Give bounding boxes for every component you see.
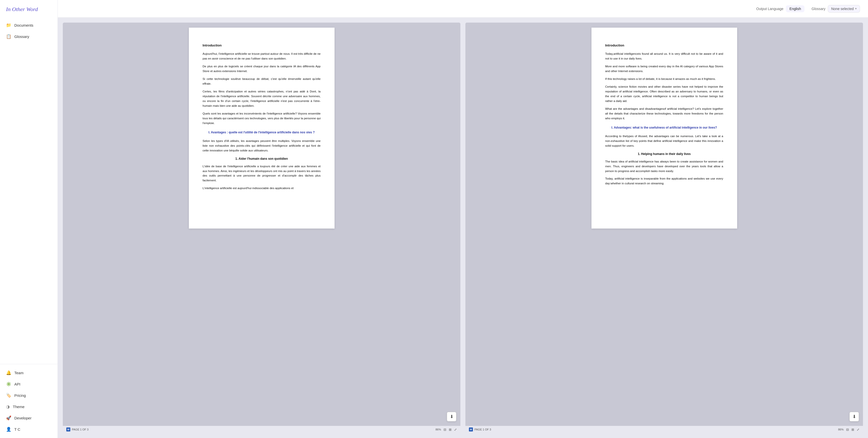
- main-area: Output Language English Glossary None se…: [58, 0, 868, 438]
- right-sub-heading: 1. Helping humans in their daily lives: [605, 152, 723, 157]
- left-sub-para-1: L'idée de base de l'intelligence artific…: [203, 164, 321, 183]
- sidebar-top-section: 📁 Documents 📋 Glossary: [0, 20, 58, 364]
- left-doc-heading: Introduction: [203, 43, 321, 48]
- glossary-icon: 📋: [6, 34, 11, 39]
- sidebar-item-theme[interactable]: ◑ Theme: [0, 401, 58, 412]
- sidebar-item-team[interactable]: 🔔 Team: [0, 367, 58, 378]
- right-sub-para-1: The basic idea of artificial intelligenc…: [605, 159, 723, 174]
- left-para-5: Quels sont les avantages et les inconvén…: [203, 111, 321, 126]
- tc-icon: 👤: [6, 427, 11, 432]
- left-para-4: Certes, les films d'anticipation et autr…: [203, 89, 321, 108]
- left-zoom-out-icon[interactable]: ⊟: [443, 428, 446, 432]
- left-zoom-in-icon[interactable]: ⊞: [449, 428, 452, 432]
- right-doc-page: Introduction Today,artificial intelligen…: [591, 28, 737, 228]
- right-sub-para-2: Today, artificial intelligence is insepa…: [605, 176, 723, 186]
- left-zoom-level: 86%: [435, 428, 441, 431]
- left-footer-controls: 86% ⊟ ⊞ ⤢: [435, 428, 457, 432]
- left-word-icon: W: [66, 428, 70, 432]
- left-sub-para-2: L'intelligence artificielle est aujourd'…: [203, 186, 321, 191]
- documents-icon: 📁: [6, 23, 11, 28]
- developer-icon: 🚀: [6, 415, 11, 421]
- sidebar-item-developer-label: Developer: [14, 416, 31, 420]
- right-expand-icon[interactable]: ⤢: [857, 428, 860, 432]
- right-section-para-1: According to thetypes of AIused, the adv…: [605, 134, 723, 148]
- glossary-dropdown[interactable]: None selected ▾: [828, 5, 860, 12]
- chevron-down-icon: ▾: [855, 7, 857, 10]
- right-para-5: What are the advantages and disadvantage…: [605, 106, 723, 121]
- right-doc-heading: Introduction: [605, 43, 723, 48]
- sidebar: In Other Word 📁 Documents 📋 Glossary 🔔 T…: [0, 0, 58, 438]
- right-zoom-out-icon[interactable]: ⊟: [846, 428, 849, 432]
- sidebar-item-glossary[interactable]: 📋 Glossary: [0, 31, 58, 42]
- right-section-heading: I. Advantages: what is the usefulness of…: [605, 125, 723, 130]
- left-expand-icon[interactable]: ⤢: [454, 428, 457, 432]
- sidebar-item-documents-label: Documents: [14, 23, 33, 27]
- api-icon: ✳️: [6, 381, 11, 387]
- glossary-control: Glossary None selected ▾: [811, 5, 860, 12]
- app-logo: In Other Word: [0, 6, 58, 20]
- sidebar-bottom-section: 🔔 Team ✳️ API 🏷️ Pricing ◑ Theme 🚀 Devel…: [0, 364, 58, 438]
- right-zoom-level: 86%: [838, 428, 844, 431]
- right-document-panel: Introduction Today,artificial intelligen…: [465, 23, 863, 433]
- right-para-4: Certainly, science fiction movies and ot…: [605, 84, 723, 103]
- left-para-2: De plus en plus de logiciels se créent c…: [203, 64, 321, 73]
- sidebar-item-pricing-label: Pricing: [14, 393, 26, 398]
- team-icon: 🔔: [6, 370, 11, 375]
- left-page-info: W PAGE 1 OF 3: [66, 428, 88, 432]
- sidebar-item-api[interactable]: ✳️ API: [0, 378, 58, 390]
- sidebar-item-api-label: API: [14, 382, 20, 386]
- content-area: Introduction Aujourd'hui, l'intelligence…: [58, 18, 868, 438]
- right-download-button[interactable]: ⬇: [849, 412, 859, 421]
- right-para-2: More and more software is being created …: [605, 64, 723, 73]
- right-page-number: PAGE 1 OF 3: [474, 428, 491, 431]
- sidebar-item-pricing[interactable]: 🏷️ Pricing: [0, 390, 58, 401]
- right-doc-scroll[interactable]: Introduction Today,artificial intelligen…: [465, 23, 863, 426]
- right-zoom-in-icon[interactable]: ⊞: [851, 428, 854, 432]
- output-language-control: Output Language English: [756, 5, 804, 12]
- right-doc-footer: W PAGE 1 OF 3 86% ⊟ ⊞ ⤢: [465, 426, 863, 433]
- right-page-info: W PAGE 1 OF 3: [469, 428, 491, 432]
- sidebar-item-tc[interactable]: 👤 T C: [0, 424, 58, 435]
- left-section-heading: I. Avantages : quelle est l'utilité de l…: [203, 130, 321, 135]
- left-page-number: PAGE 1 OF 3: [72, 428, 88, 431]
- sidebar-item-developer[interactable]: 🚀 Developer: [0, 412, 58, 424]
- left-para-1: Aujourd'hui, l'intelligence artificielle…: [203, 52, 321, 61]
- output-language-label: Output Language: [756, 7, 783, 11]
- sidebar-item-team-label: Team: [14, 371, 24, 375]
- right-footer-controls: 86% ⊟ ⊞ ⤢: [838, 428, 860, 432]
- theme-icon: ◑: [6, 404, 10, 409]
- left-doc-footer: W PAGE 1 OF 3 86% ⊟ ⊞ ⤢: [63, 426, 460, 433]
- glossary-value: None selected: [831, 7, 854, 11]
- sidebar-item-documents[interactable]: 📁 Documents: [0, 20, 58, 31]
- left-section-para-1: Selon les types d'IA utilisés, les avant…: [203, 138, 321, 153]
- header: Output Language English Glossary None se…: [58, 0, 868, 18]
- left-doc-scroll[interactable]: Introduction Aujourd'hui, l'intelligence…: [63, 23, 460, 426]
- left-doc-page: Introduction Aujourd'hui, l'intelligence…: [189, 28, 335, 228]
- right-word-icon: W: [469, 428, 473, 432]
- sidebar-item-glossary-label: Glossary: [14, 34, 29, 39]
- glossary-label: Glossary: [811, 7, 825, 11]
- pricing-icon: 🏷️: [6, 393, 11, 398]
- left-para-3: Si cette technologie soulève beaucoup de…: [203, 76, 321, 86]
- output-language-value[interactable]: English: [786, 5, 804, 12]
- sidebar-item-tc-label: T C: [14, 427, 20, 432]
- left-document-panel: Introduction Aujourd'hui, l'intelligence…: [63, 23, 460, 433]
- sidebar-item-theme-label: Theme: [13, 405, 25, 409]
- left-download-button[interactable]: ⬇: [447, 412, 456, 421]
- left-sub-heading: 1. Aider l'humain dans son quotidien: [203, 156, 321, 161]
- right-para-3: If this technology raises a lot of debat…: [605, 76, 723, 82]
- right-para-1: Today,artificial intelligenceis found al…: [605, 52, 723, 61]
